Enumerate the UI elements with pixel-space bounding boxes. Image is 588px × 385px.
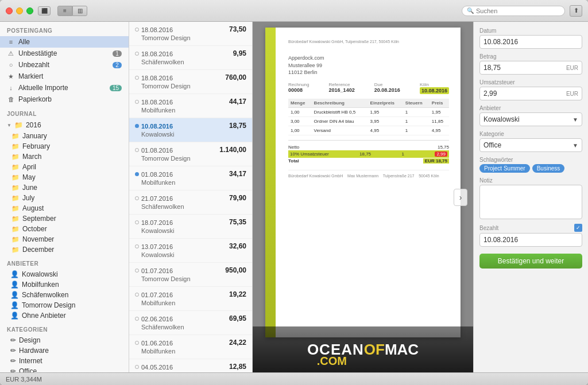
sidebar-item-tomorrow-design[interactable]: 👤 Tomorrow Design <box>0 300 129 310</box>
transaction-item[interactable]: 01.08.2016 34,17 Mobilfunken <box>129 166 252 190</box>
sidebar-item-mobilfunken[interactable]: 👤 Mobilfunken <box>0 279 129 290</box>
due-label: Due <box>374 82 400 87</box>
sidebar-item-markiert[interactable]: ★ Markiert <box>0 71 129 82</box>
tag-project-summer[interactable]: Project Summer <box>479 164 530 173</box>
sidebar-item-april[interactable]: 📁 April <box>0 162 129 172</box>
sidebar-item-office[interactable]: ✏ Office <box>0 366 129 372</box>
sidebar-item-internet[interactable]: ✏ Internet <box>0 356 129 366</box>
transaction-item[interactable]: 13.07.2016 32,60 Kowalowski <box>129 239 252 263</box>
transaction-item[interactable]: 18.08.2016 9,95 Schäfenwolken <box>129 46 252 70</box>
transaction-item-selected[interactable]: 10.08.2016 18,75 Kowalowski <box>129 118 252 142</box>
transaction-item[interactable]: 01.07.2016 19,22 Mobilfunken <box>129 287 252 311</box>
cell-steuern: 1 <box>403 126 430 135</box>
month-label: July <box>22 194 34 202</box>
column-view-button[interactable]: ▥ <box>72 6 87 16</box>
cell-einzelpreis: 1,95 <box>368 107 403 116</box>
sidebar-item-design[interactable]: ✏ Design <box>0 335 129 345</box>
month-label: September <box>22 215 56 223</box>
importe-icon: ↓ <box>7 84 15 91</box>
sidebar-item-kowalowski[interactable]: 👤 Kowalowski <box>0 269 129 279</box>
sidebar-item-importe[interactable]: ↓ Aktuelle Importe 15 <box>0 82 129 94</box>
sidebar-item-december[interactable]: 📁 December <box>0 244 129 255</box>
transaction-item[interactable]: 18.07.2016 75,35 Kowalowski <box>129 215 252 239</box>
transaction-item[interactable]: 01.06.2016 24,22 Mobilfunken <box>129 335 252 359</box>
sidebar-item-may[interactable]: 📁 May <box>0 172 129 182</box>
tx-amount: 12,85 <box>229 363 246 371</box>
sidebar-item-march[interactable]: 📁 March <box>0 151 129 162</box>
cell-beschreibung: Druckbleistift HB 0,5 <box>312 107 368 116</box>
tx-unread-indicator <box>135 244 139 248</box>
kategorie-label: Office <box>19 367 37 372</box>
sidebar-item-june[interactable]: 📁 June <box>0 182 129 193</box>
sidebar-item-august[interactable]: 📁 August <box>0 203 129 213</box>
minimize-button[interactable] <box>16 7 23 14</box>
cell-beschreibung: Versand <box>312 126 368 135</box>
tags-container: Project Summer Business <box>479 164 582 173</box>
sidebar-item-hardware[interactable]: ✏ Hardware <box>0 345 129 356</box>
transaction-item[interactable]: 02.06.2016 69,95 Schäfenwolken <box>129 311 252 335</box>
tx-amount: 79,90 <box>229 194 246 202</box>
tx-vendor: Tomorrow Design <box>141 275 191 282</box>
transaction-item[interactable]: 21.07.2016 79,90 Schäfenwolken <box>129 190 252 215</box>
sidebar-item-september[interactable]: 📁 September <box>0 213 129 224</box>
list-view-button[interactable]: ≡ <box>57 6 72 16</box>
transaction-item[interactable]: 01.07.2016 950,00 Tomorrow Design <box>129 263 252 287</box>
search-bar[interactable]: 🔍 <box>462 6 565 16</box>
sidebar-item-unbestaetigte[interactable]: ⚠ Unbestätigte 1 <box>0 48 129 59</box>
umsatzsteuer-input[interactable]: 2,99 EUR <box>479 87 582 100</box>
next-page-button[interactable]: › <box>454 189 467 206</box>
schlagwoerter-field: Schlagwörter Project Summer Business <box>479 157 582 173</box>
sidebar-item-papierkorb[interactable]: 🗑 Papierkorb <box>0 94 129 105</box>
sidebar-item-schaefenwolken[interactable]: 👤 Schäfenwolken <box>0 290 129 300</box>
tag-icon: ✏ <box>10 357 16 365</box>
reference-label: Reference <box>329 82 355 87</box>
sidebar-item-february[interactable]: 📁 February <box>0 141 129 151</box>
reference-value: 2016_1402 <box>329 87 355 93</box>
netto-value: 15,75 <box>438 145 449 150</box>
anbieter-label: Anbieter <box>479 105 582 111</box>
sidebar-item-unbezahlt[interactable]: ○ Unbezahlt 2 <box>0 59 129 71</box>
kategorie-select[interactable]: Office ▼ <box>479 138 582 152</box>
betrag-field: Betrag 18,75 EUR <box>479 53 582 75</box>
month-label: August <box>22 204 44 212</box>
transaction-item[interactable]: 18.08.2016 73,50 Tomorrow Design <box>129 22 252 46</box>
notiz-input[interactable] <box>479 185 582 219</box>
folder-icon: 📁 <box>11 215 20 223</box>
sidebar-item-january[interactable]: 📁 January <box>0 131 129 141</box>
transaction-item[interactable]: 04.05.2016 12,85 <box>129 359 252 372</box>
sidebar-item-july[interactable]: 📁 July <box>0 193 129 203</box>
col-einzelpreis: Einzelpreis <box>368 99 403 108</box>
share-button[interactable]: ⬆ <box>570 5 582 17</box>
bezahlt-label: Bezahlt <box>479 225 571 231</box>
sidebar-item-alle[interactable]: ≡ Alle <box>0 36 129 48</box>
sidebar-year-2016[interactable]: ▼ 📁 2016 <box>0 119 129 131</box>
sidebar-item-november[interactable]: 📁 November <box>0 234 129 244</box>
sidebar-item-october[interactable]: 📁 October <box>0 224 129 234</box>
confirm-button[interactable]: Bestätigen und weiter <box>479 254 582 269</box>
bezahlt-date-input[interactable]: 10.08.2016 <box>479 233 582 247</box>
invoice-header: Bürobedarf Kowalowski GmbH, Tulpenstraße… <box>288 39 449 76</box>
sidebar-toggle-button[interactable]: ⬛ <box>38 6 51 15</box>
anbieter-select[interactable]: Kowalowski ▼ <box>479 112 582 126</box>
transaction-item[interactable]: 18.08.2016 760,00 Tomorrow Design <box>129 70 252 94</box>
bezahlt-checkbox[interactable]: ✓ <box>574 224 582 232</box>
betrag-input[interactable]: 18,75 EUR <box>479 61 582 75</box>
tag-business[interactable]: Business <box>532 164 565 173</box>
ust-amount: 2,99 <box>435 151 447 157</box>
tx-amount: 18,75 <box>229 122 246 130</box>
tx-date: 18.08.2016 <box>141 75 173 81</box>
tx-unread-indicator <box>135 100 139 104</box>
transaction-item[interactable]: 18.08.2016 44,17 Mobilfunken <box>129 94 252 118</box>
close-button[interactable] <box>6 7 13 14</box>
preview-nav: › <box>454 189 467 206</box>
tx-unread-indicator <box>135 293 139 297</box>
sidebar-item-ohne-anbieter[interactable]: 👤 Ohne Anbieter <box>0 310 129 321</box>
tx-amount: 24,22 <box>229 339 246 347</box>
fullscreen-button[interactable] <box>26 7 33 14</box>
datum-input[interactable]: 10.08.2016 <box>479 35 582 49</box>
transaction-item[interactable]: 01.08.2016 1.140,00 Tomorrow Design <box>129 142 252 166</box>
tx-date: 18.08.2016 <box>141 26 173 33</box>
sidebar-item-label: Markiert <box>18 72 122 80</box>
search-input[interactable] <box>476 7 551 14</box>
anbieter-field: Anbieter Kowalowski ▼ <box>479 105 582 126</box>
